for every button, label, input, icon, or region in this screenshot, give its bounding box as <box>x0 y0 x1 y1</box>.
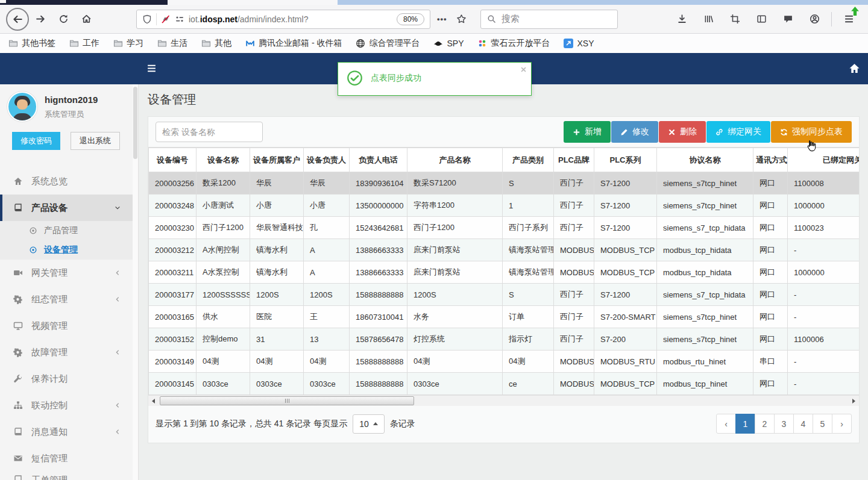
browser-search-box[interactable]: 搜索 <box>480 10 618 29</box>
table-row[interactable]: 200003152控制demo311315878656478灯控系统指示灯西门子… <box>149 328 860 351</box>
chevron-left-icon <box>114 269 121 276</box>
table-row[interactable]: 2000031771200SSSSSS1200S1200S15888888888… <box>149 284 860 306</box>
bookmark-item[interactable]: 其他书签 <box>8 38 55 49</box>
page-button-5[interactable]: 5 <box>813 414 832 434</box>
sidebar-item-短信管理[interactable]: 短信管理 <box>0 445 138 472</box>
table-cell: 1000000 <box>788 195 860 217</box>
bookmark-item[interactable]: 腾讯企业邮箱 - 收件箱 <box>245 38 342 49</box>
bookmark-item[interactable]: 萤石云开放平台 <box>477 38 550 49</box>
page-button-4[interactable]: 4 <box>793 414 813 434</box>
bookmark-item[interactable]: 学习 <box>113 38 143 49</box>
page-actions-icon[interactable]: ••• <box>434 14 450 23</box>
url-bar[interactable]: iot.idosp.net/admin/index.html? 80% <box>136 10 430 29</box>
page-button-›[interactable]: › <box>832 414 852 434</box>
page-button-3[interactable]: 3 <box>774 414 794 434</box>
sidebar-item-消息通知[interactable]: 消息通知 <box>0 419 138 445</box>
column-header[interactable]: 通讯方式 <box>753 148 788 172</box>
sidebar-item-视频管理[interactable]: 视频管理 <box>0 313 138 339</box>
column-header[interactable]: 设备所属客户 <box>250 148 304 172</box>
bookmark-item[interactable]: XSY <box>564 39 594 48</box>
back-button[interactable] <box>6 8 29 31</box>
logout-button[interactable]: 退出系统 <box>71 132 120 150</box>
folder-icon <box>157 39 167 48</box>
app-home-icon[interactable] <box>849 63 860 74</box>
downloads-button[interactable] <box>673 10 691 28</box>
horizontal-scrollbar[interactable] <box>148 395 859 406</box>
sidebar-item-产品设备[interactable]: 产品设备 <box>0 195 138 221</box>
bookmark-item[interactable]: 其他 <box>201 38 231 49</box>
bind-gateway-button[interactable]: 绑定网关 <box>706 121 770 143</box>
sidebar-item-保养计划[interactable]: 保养计划 <box>0 366 138 392</box>
column-header[interactable]: 设备负责人 <box>304 148 350 172</box>
change-password-button[interactable]: 修改密码 <box>12 132 60 150</box>
device-search-input[interactable] <box>156 122 263 142</box>
page-button-1[interactable]: 1 <box>735 414 755 434</box>
bookmark-item[interactable]: SPY <box>433 39 464 48</box>
sidebar-scrollbar[interactable] <box>133 84 138 480</box>
browser-home-button[interactable] <box>77 10 95 28</box>
folder-icon <box>69 39 79 48</box>
column-header[interactable]: 协议名称 <box>657 148 753 172</box>
sidebar-item-工单管理[interactable]: 工单管理 <box>0 472 138 480</box>
sidebar-item-系统总览[interactable]: 系统总览 <box>0 168 138 195</box>
column-header[interactable]: PLC品牌 <box>554 148 594 172</box>
bookmark-item[interactable]: 生活 <box>157 38 187 49</box>
force-sync-button[interactable]: 强制同步点表 <box>771 121 852 143</box>
chevron-left-icon <box>114 428 121 435</box>
sidebar-item-网关管理[interactable]: 网关管理 <box>0 260 138 286</box>
per-page-select[interactable]: 10 <box>353 414 385 434</box>
column-header[interactable]: 设备名称 <box>197 148 250 172</box>
sidebar-item-故障管理[interactable]: 故障管理 <box>0 339 138 366</box>
column-header[interactable]: 已绑定网关 <box>788 148 860 172</box>
sidebar-toggle-button[interactable] <box>752 10 770 28</box>
target-icon <box>29 226 37 235</box>
url-path: /admin/index.html? <box>237 14 309 24</box>
page-button-2[interactable]: 2 <box>755 414 775 434</box>
autoplay-blocked-icon[interactable] <box>161 14 171 24</box>
table-row[interactable]: 2000031450303ce0303ce0303ce1588888888803… <box>149 373 860 395</box>
shield-icon[interactable] <box>142 14 152 24</box>
bookmark-item[interactable]: 工作 <box>69 38 99 49</box>
page-button-‹[interactable]: ‹ <box>716 414 736 434</box>
edit-button[interactable]: 修改 <box>611 121 658 143</box>
scroll-right-button[interactable] <box>849 396 859 406</box>
close-icon[interactable] <box>520 66 527 73</box>
table-row[interactable]: 200003248小唐测试小唐小唐13500000000字符串12001西门子S… <box>149 195 860 217</box>
table-cell: 200003165 <box>149 306 197 328</box>
account-button[interactable] <box>805 10 823 28</box>
download-icon <box>677 14 687 24</box>
forward-button[interactable] <box>31 10 49 28</box>
sidebar-item-联动控制[interactable]: 联动控制 <box>0 392 138 419</box>
column-header[interactable]: 设备编号 <box>149 148 197 172</box>
column-header[interactable]: 产品名称 <box>407 148 503 172</box>
active-tab[interactable] <box>168 0 338 5</box>
sidebar-collapse-icon[interactable] <box>146 63 157 73</box>
scroll-left-button[interactable] <box>148 396 159 406</box>
scroll-thumb[interactable] <box>160 396 414 405</box>
bookmark-item[interactable]: 综合管理平台 <box>356 38 420 49</box>
sidebar-item-组态管理[interactable]: 组态管理 <box>0 286 138 313</box>
library-button[interactable] <box>699 10 717 28</box>
pocket-button[interactable] <box>779 10 797 28</box>
table-row[interactable]: 200003211A水泵控制镇海水利A13886663333庶来门前泵站镇海泵站… <box>149 261 860 284</box>
table-row[interactable]: 200003256数采1200华辰华辰18390936104数采S71200S西… <box>149 172 860 195</box>
reload-button[interactable] <box>54 10 72 28</box>
column-header[interactable]: 负责人电话 <box>350 148 407 172</box>
table-row[interactable]: 20000314904测04测04测1588888888804测04测MODBU… <box>149 351 860 373</box>
table-row[interactable]: 200003165供水医院王18607310041水务订单西门子S7-200-S… <box>149 306 860 328</box>
screenshot-button[interactable] <box>726 10 744 28</box>
app-menu-button[interactable] <box>840 10 858 28</box>
add-button[interactable]: 新增 <box>564 121 611 143</box>
sidebar-scroll-thumb[interactable] <box>133 87 137 159</box>
table-row[interactable]: 200003230西门子1200华辰智通科技孔15243642681西门子120… <box>149 217 860 239</box>
table-row[interactable]: 200003212A水闸控制镇海水利A13886663333庶来门前泵站镇海泵站… <box>149 239 860 261</box>
table-cell: 网口 <box>753 172 788 195</box>
permissions-icon[interactable] <box>175 14 184 24</box>
delete-button[interactable]: 删除 <box>659 121 706 143</box>
sidebar-item-设备管理[interactable]: 设备管理 <box>0 240 138 260</box>
zoom-badge[interactable]: 80% <box>397 13 424 25</box>
column-header[interactable]: 产品类别 <box>503 148 554 172</box>
bookmark-star-button[interactable] <box>453 10 471 28</box>
column-header[interactable]: PLC系列 <box>594 148 657 172</box>
sidebar-item-产品管理[interactable]: 产品管理 <box>0 221 138 240</box>
